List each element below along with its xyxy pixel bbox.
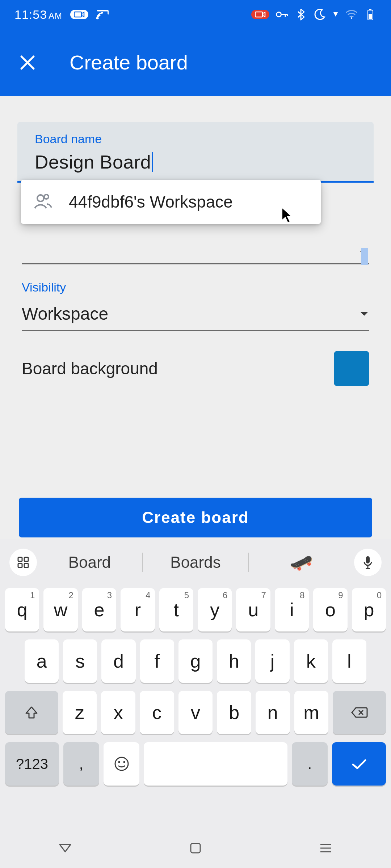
key-y[interactable]: y6 bbox=[198, 588, 232, 631]
check-icon bbox=[350, 757, 368, 770]
create-board-button[interactable]: Create board bbox=[19, 498, 372, 537]
symbols-key[interactable]: ?123 bbox=[5, 742, 59, 786]
key-hint: 5 bbox=[184, 590, 189, 600]
svg-rect-12 bbox=[18, 563, 22, 567]
mouse-cursor-icon bbox=[281, 207, 293, 224]
key-q[interactable]: q1 bbox=[5, 588, 39, 631]
space-key[interactable] bbox=[144, 742, 287, 786]
vpn-key-icon bbox=[276, 8, 288, 21]
close-icon bbox=[19, 54, 36, 71]
key-i[interactable]: i8 bbox=[275, 588, 309, 631]
key-d[interactable]: d bbox=[101, 639, 135, 683]
cast-icon bbox=[96, 8, 109, 21]
svg-point-18 bbox=[118, 761, 120, 763]
svg-point-3 bbox=[277, 12, 281, 17]
key-hint: 0 bbox=[377, 590, 382, 600]
nav-back-icon bbox=[58, 843, 72, 854]
nav-recent-icon bbox=[319, 843, 333, 854]
key-z[interactable]: z bbox=[63, 691, 97, 734]
enter-key[interactable] bbox=[332, 742, 386, 786]
board-background-label: Board background bbox=[22, 359, 158, 378]
key-p[interactable]: p0 bbox=[352, 588, 386, 631]
status-right bbox=[251, 8, 377, 21]
key-hint: 1 bbox=[30, 590, 35, 600]
workspace-dropdown-option[interactable]: 44f9dbf6's Workspace bbox=[21, 180, 321, 224]
suggestion-emoji[interactable]: 🛹 bbox=[249, 552, 354, 574]
shift-icon bbox=[24, 705, 39, 720]
key-hint: 2 bbox=[68, 590, 73, 600]
create-board-button-label: Create board bbox=[142, 509, 249, 527]
key-b[interactable]: b bbox=[217, 691, 251, 734]
page-title: Create board bbox=[70, 51, 188, 74]
grid-icon bbox=[17, 556, 30, 569]
svg-rect-2 bbox=[255, 12, 262, 17]
key-k[interactable]: k bbox=[294, 639, 328, 683]
board-background-swatch[interactable] bbox=[334, 351, 369, 386]
key-c[interactable]: c bbox=[140, 691, 174, 734]
svg-rect-20 bbox=[191, 843, 200, 853]
keyboard-apps-button[interactable] bbox=[9, 549, 37, 576]
key-l[interactable]: l bbox=[332, 639, 366, 683]
key-hint: 6 bbox=[223, 590, 227, 600]
key-f[interactable]: f bbox=[140, 639, 174, 683]
visibility-select-value: Workspace bbox=[22, 304, 108, 324]
key-a[interactable]: a bbox=[25, 639, 59, 683]
key-hint: 9 bbox=[338, 590, 343, 600]
key-e[interactable]: e3 bbox=[82, 588, 116, 631]
comma-key[interactable]: , bbox=[63, 742, 99, 786]
camera-indicator-icon bbox=[70, 10, 88, 19]
key-row-1: q1w2e3r4t5y6u7i8o9p0 bbox=[5, 588, 386, 631]
suggestion-word-1[interactable]: Board bbox=[37, 553, 142, 571]
workspace-select[interactable] bbox=[22, 250, 369, 264]
chevron-down-icon bbox=[359, 311, 369, 317]
key-j[interactable]: j bbox=[255, 639, 289, 683]
key-o[interactable]: o9 bbox=[313, 588, 347, 631]
selection-handle bbox=[361, 248, 368, 265]
svg-point-19 bbox=[123, 761, 125, 763]
key-m[interactable]: m bbox=[294, 691, 329, 734]
emoji-icon bbox=[114, 756, 130, 772]
key-h[interactable]: h bbox=[217, 639, 251, 683]
svg-point-17 bbox=[115, 757, 128, 770]
app-bar: Create board bbox=[0, 29, 391, 96]
key-t[interactable]: t5 bbox=[159, 588, 193, 631]
key-r[interactable]: r4 bbox=[121, 588, 155, 631]
period-key[interactable]: . bbox=[292, 742, 328, 786]
svg-rect-6 bbox=[369, 9, 371, 10]
board-name-value: Design Board bbox=[35, 151, 151, 173]
people-icon bbox=[33, 193, 52, 210]
key-g[interactable]: g bbox=[178, 639, 213, 683]
svg-point-9 bbox=[44, 195, 49, 199]
key-hint: 7 bbox=[261, 590, 266, 600]
key-s[interactable]: s bbox=[63, 639, 97, 683]
suggestion-bar: Board Boards 🛹 bbox=[0, 539, 391, 586]
emoji-key[interactable] bbox=[104, 742, 139, 786]
board-name-field[interactable]: Board name Design Board bbox=[17, 122, 374, 183]
key-hint: 8 bbox=[300, 590, 304, 600]
close-button[interactable] bbox=[17, 52, 38, 73]
key-n[interactable]: n bbox=[256, 691, 290, 734]
visibility-label: Visibility bbox=[22, 280, 374, 294]
create-board-form: Board name Design Board Workspace 44f9db… bbox=[0, 96, 391, 537]
nav-home-button[interactable] bbox=[185, 837, 206, 859]
svg-point-8 bbox=[37, 195, 44, 201]
voice-input-button[interactable] bbox=[354, 549, 382, 576]
board-background-row: Board background bbox=[22, 351, 369, 386]
key-row-2: asdfghjkl bbox=[5, 639, 386, 683]
workspace-option-text: 44f9dbf6's Workspace bbox=[69, 192, 233, 212]
svg-rect-10 bbox=[18, 557, 22, 561]
key-u[interactable]: u7 bbox=[236, 588, 270, 631]
backspace-key[interactable] bbox=[333, 691, 386, 734]
key-x[interactable]: x bbox=[101, 691, 135, 734]
suggestion-word-2[interactable]: Boards bbox=[143, 553, 248, 571]
key-v[interactable]: v bbox=[178, 691, 213, 734]
visibility-select[interactable]: Workspace bbox=[22, 304, 369, 331]
svg-rect-14 bbox=[366, 556, 370, 563]
text-caret bbox=[152, 152, 153, 172]
svg-point-1 bbox=[97, 17, 99, 20]
nav-recent-button[interactable] bbox=[315, 837, 337, 859]
shift-key[interactable] bbox=[5, 691, 58, 734]
microphone-icon bbox=[362, 555, 373, 570]
nav-back-button[interactable] bbox=[54, 837, 76, 859]
key-w[interactable]: w2 bbox=[43, 588, 77, 631]
